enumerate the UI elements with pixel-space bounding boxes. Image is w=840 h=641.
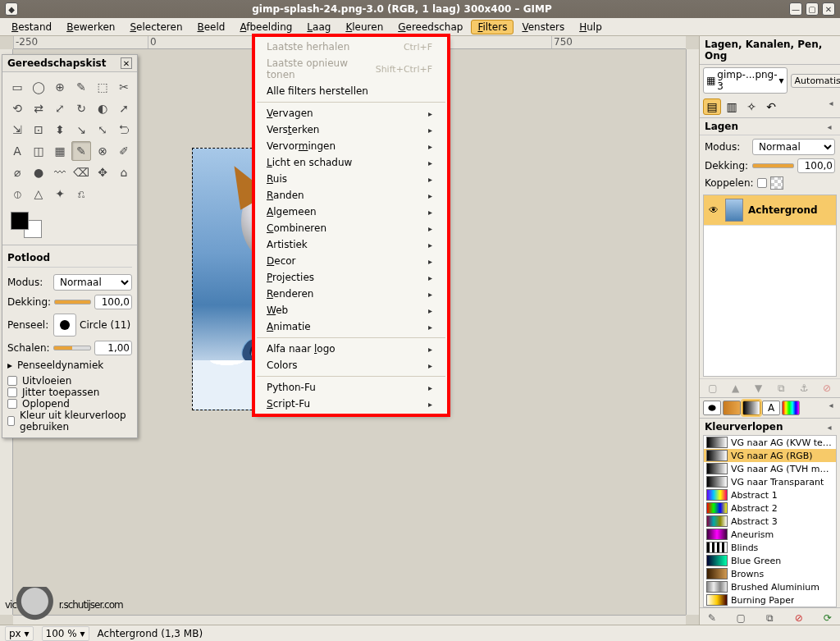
tool-9[interactable]: ↻ (71, 98, 91, 118)
minimize-icon[interactable]: — (789, 2, 802, 16)
option-checkbox[interactable]: Oplopend (7, 398, 132, 410)
tool-0[interactable]: ▭ (7, 77, 27, 97)
tab-menu-icon[interactable]: ◂ (825, 401, 837, 415)
layer-opacity-spin[interactable] (797, 158, 835, 173)
lower-layer-icon[interactable]: ▼ (751, 382, 766, 395)
color-swatches[interactable] (2, 208, 137, 245)
gradient-item[interactable]: Abstract 2 (704, 501, 836, 515)
scale-spin[interactable] (94, 341, 132, 355)
auto-button[interactable]: Automatisch (791, 74, 840, 88)
opacity-spin[interactable] (94, 295, 132, 309)
lock-pixels-checkbox[interactable] (757, 178, 767, 188)
tab-palette-icon[interactable] (782, 401, 800, 415)
menuitem-randen[interactable]: Randen (255, 187, 447, 204)
menu-laag[interactable]: Laag (300, 20, 337, 34)
menu-kleuren[interactable]: Kleuren (339, 20, 390, 34)
delete-gradient-icon[interactable]: ⊘ (792, 611, 806, 625)
fg-color-swatch[interactable] (11, 212, 29, 230)
gradient-item[interactable]: Browns (704, 567, 836, 580)
close-icon[interactable]: ✕ (121, 57, 132, 69)
zoom-selector[interactable]: 100 % ▾ (42, 626, 89, 641)
gradient-item[interactable]: VG naar Transparant (704, 475, 836, 488)
menu-gereedschap[interactable]: Gereedschap (391, 20, 469, 34)
gradients-list[interactable]: VG naar AG (KVW tegenVG naar AG (RGB)VG … (703, 435, 837, 607)
toolbox-titlebar[interactable]: Gereedschapskist ✕ (2, 55, 137, 72)
gradient-item[interactable]: Brushed Aluminium (704, 580, 836, 593)
delete-layer-icon[interactable]: ⊘ (819, 382, 834, 395)
tool-15[interactable]: ↘ (71, 120, 91, 140)
menuitem-artistiek[interactable]: Artistiek (255, 236, 447, 253)
menuitem-web[interactable]: Web (255, 302, 447, 318)
mode-select[interactable]: Normaal (53, 274, 132, 291)
edit-gradient-icon[interactable]: ✎ (705, 611, 719, 625)
tool-17[interactable]: ⮌ (114, 120, 134, 140)
menuitem-alle-filters-herstellen[interactable]: Alle filters herstellen (255, 83, 447, 99)
menuitem-licht-en-schaduw[interactable]: Licht en schaduw (255, 154, 447, 171)
duplicate-layer-icon[interactable]: ⧉ (774, 382, 788, 395)
gradient-item[interactable]: Abstract 3 (704, 515, 836, 528)
refresh-gradient-icon[interactable]: ⟳ (820, 611, 835, 625)
tool-31[interactable]: △ (29, 184, 48, 204)
tab-layers-icon[interactable]: ▤ (703, 98, 721, 115)
tool-7[interactable]: ⇄ (29, 98, 48, 118)
gradient-item[interactable]: VG naar AG (RGB) (704, 449, 836, 462)
menubar[interactable]: BestandBewerkenSelecterenBeeldAfbeelding… (0, 18, 840, 36)
tool-6[interactable]: ⟲ (7, 98, 27, 118)
brush-well[interactable] (53, 314, 76, 337)
tab-pattern-icon[interactable] (723, 401, 741, 415)
menuitem-alfa-naar-logo[interactable]: Alfa naar logo (255, 341, 447, 357)
tool-27[interactable]: ⌫ (71, 163, 91, 182)
tab-channels-icon[interactable]: ▥ (723, 98, 741, 115)
tool-29[interactable]: ⌂ (114, 163, 134, 182)
layer-row[interactable]: 👁 Achtergrond (704, 195, 836, 226)
menuitem-algemeen[interactable]: Algemeen (255, 204, 447, 220)
option-checkbox[interactable]: Kleur uit kleurverloop gebruiken (7, 410, 132, 433)
tool-30[interactable]: ⦶ (7, 184, 27, 204)
menu-selecteren[interactable]: Selecteren (123, 20, 189, 34)
tool-28[interactable]: ✥ (93, 163, 112, 182)
layer-opacity-slider[interactable] (752, 163, 794, 168)
menu-filters[interactable]: Filters (471, 20, 514, 34)
gradient-item[interactable]: VG naar AG (TVH met de (704, 462, 836, 475)
menu-beeld[interactable]: Beeld (191, 20, 232, 34)
tab-undo-icon[interactable]: ↶ (762, 98, 780, 115)
opacity-slider[interactable] (54, 300, 91, 304)
tab-brush-icon[interactable] (703, 401, 721, 415)
tool-25[interactable]: ● (29, 163, 48, 182)
toolbox-window[interactable]: Gereedschapskist ✕ ▭◯⊕✎⬚✂⟲⇄⤢↻◐➚⇲⊡⬍↘⤡⮌A◫▦… (2, 54, 138, 438)
tool-16[interactable]: ⤡ (93, 120, 112, 140)
tool-24[interactable]: ⌀ (7, 163, 27, 182)
maximize-icon[interactable]: ▢ (806, 2, 819, 16)
menuitem-decor[interactable]: Decor (255, 253, 447, 269)
tool-18[interactable]: A (7, 141, 27, 161)
gradient-item[interactable]: Blue Green (704, 554, 836, 567)
raise-layer-icon[interactable]: ▲ (728, 382, 743, 395)
tab-gradient-icon[interactable] (742, 401, 760, 415)
tool-12[interactable]: ⇲ (7, 120, 27, 140)
filters-dropdown[interactable]: Laatste herhalenCtrl+FLaatste opnieuw to… (254, 36, 448, 414)
menu-hulp[interactable]: Hulp (573, 20, 609, 34)
tool-21[interactable]: ✎ (71, 141, 91, 161)
lock-alpha-icon[interactable] (770, 176, 783, 190)
tool-32[interactable]: ✦ (50, 184, 70, 204)
menuitem-vervormingen[interactable]: Vervormingen (255, 138, 447, 154)
menu-bestand[interactable]: Bestand (5, 20, 58, 34)
tool-33[interactable]: ⎌ (71, 184, 91, 204)
menuitem-script-fu[interactable]: Script-Fu (255, 396, 447, 412)
menuitem-animatie[interactable]: Animatie (255, 318, 447, 335)
tool-20[interactable]: ▦ (50, 141, 70, 161)
menuitem-combineren[interactable]: Combineren (255, 220, 447, 236)
menu-vensters[interactable]: Vensters (515, 20, 571, 34)
gradient-item[interactable]: Aneurism (704, 528, 836, 541)
scale-slider[interactable] (53, 346, 91, 350)
menuitem-renderen[interactable]: Renderen (255, 286, 447, 302)
gradient-item[interactable]: VG naar AG (KVW tegen (704, 436, 836, 449)
layers-list[interactable]: 👁 Achtergrond (703, 195, 837, 377)
tool-8[interactable]: ⤢ (50, 98, 70, 118)
duplicate-gradient-icon[interactable]: ⧉ (763, 611, 778, 625)
scrollbar-vertical[interactable] (686, 49, 699, 615)
brush-dynamics-expander[interactable]: Penseeldynamiek (7, 359, 132, 371)
tool-2[interactable]: ⊕ (50, 77, 70, 97)
menuitem-ruis[interactable]: Ruis (255, 171, 447, 187)
tab-paths-icon[interactable]: ✧ (742, 98, 760, 115)
